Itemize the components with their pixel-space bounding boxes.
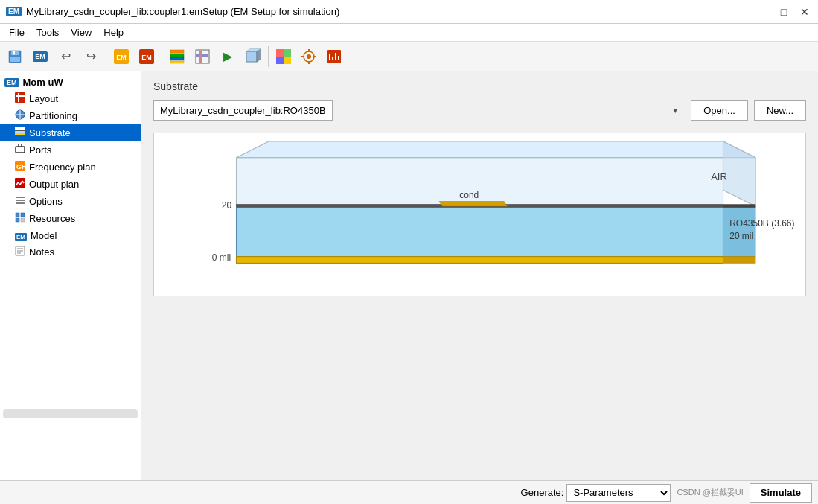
results-button[interactable]	[322, 45, 346, 68]
svg-marker-66	[723, 141, 756, 206]
svg-rect-13	[196, 54, 208, 57]
right-panel: Substrate MyLibrary_csdn_coupler_lib:RO4…	[141, 71, 818, 480]
sidebar-item-resources-label: Resources	[29, 213, 75, 224]
minimize-button[interactable]: —	[755, 6, 770, 18]
sidebar-item-notes[interactable]: Notes	[0, 243, 141, 261]
redo-icon: ↪	[86, 49, 96, 63]
svg-marker-69	[723, 205, 756, 208]
save-button[interactable]	[3, 45, 27, 68]
title-bar: EM MyLibrary_csdn_coupler_lib:coupler1:e…	[0, 0, 818, 24]
sidebar-item-ports[interactable]: Ports	[0, 141, 141, 159]
em-icon1: EM	[33, 51, 48, 62]
run-button[interactable]: ▶	[216, 45, 240, 68]
sidebar-item-options-label: Options	[29, 196, 63, 207]
generate-label: Generate:	[521, 487, 564, 498]
sidebar-item-model[interactable]: EM Model	[0, 227, 141, 243]
svg-rect-41	[15, 133, 25, 135]
svg-rect-2	[13, 51, 15, 54]
simulate-button[interactable]: Simulate	[750, 483, 812, 503]
sidebar-item-frequency-plan[interactable]: GHz Frequency plan	[0, 159, 141, 176]
svg-rect-15	[246, 51, 257, 62]
svg-rect-58	[16, 218, 19, 222]
substrate-icon	[15, 127, 25, 139]
svg-text:EM: EM	[141, 54, 152, 61]
air-label-text: AIR	[711, 171, 727, 182]
svg-rect-10	[170, 57, 184, 60]
substrate-select-wrapper: MyLibrary_csdn_coupler_lib:RO4350B	[153, 100, 685, 121]
thickness-label-text: 20 mil	[729, 231, 753, 241]
undo-button[interactable]: ↩	[54, 45, 77, 68]
menu-help[interactable]: Help	[98, 25, 130, 39]
sidebar-item-layout[interactable]: Layout	[0, 90, 141, 107]
svg-rect-3	[10, 57, 20, 62]
svg-marker-64	[237, 141, 756, 158]
notes-icon	[15, 246, 25, 258]
svg-rect-19	[284, 49, 291, 57]
save-icon	[7, 49, 22, 64]
substrate-svg: cond AIR RO4350B (3.66) 20 mil 20 0 mil	[154, 133, 805, 296]
sidebar-item-output-plan-label: Output plan	[29, 179, 79, 190]
status-bar: Generate: S-Parameters CSDN @拦截妥UI Simul…	[0, 480, 818, 504]
open-button[interactable]: Open...	[691, 100, 748, 121]
sidebar-item-resources[interactable]: Resources	[0, 210, 141, 227]
settings-button[interactable]	[297, 45, 321, 68]
svg-rect-59	[21, 218, 25, 222]
sidebar-item-model-label: Model	[31, 230, 57, 241]
svg-rect-9	[170, 54, 184, 57]
svg-rect-34	[16, 95, 25, 97]
toolbar: EM ↩ ↪ EM EM	[0, 42, 818, 71]
sidebar-item-output-plan[interactable]: Output plan	[0, 176, 141, 193]
undo-icon: ↩	[61, 49, 71, 63]
maximize-button[interactable]: □	[776, 6, 791, 18]
toolbar-separator-3	[268, 46, 269, 67]
substrate-select[interactable]: MyLibrary_csdn_coupler_lib:RO4350B	[153, 100, 333, 121]
frequency-plan-icon: GHz	[15, 161, 25, 173]
em-icon2: EM	[113, 48, 130, 65]
svg-text:EM: EM	[116, 54, 127, 61]
stackup-button[interactable]	[165, 45, 189, 68]
sidebar-item-substrate-label: Substrate	[29, 127, 71, 138]
substrate-visualization: cond AIR RO4350B (3.66) 20 mil 20 0 mil	[153, 133, 806, 296]
sidebar-em-icon: EM	[4, 78, 19, 87]
sidebar: EM Mom uW Layout Partitioning Substrate	[0, 71, 141, 480]
sidebar-scrollbar[interactable]	[3, 409, 138, 418]
model-icon: EM	[15, 229, 27, 241]
window-title: MyLibrary_csdn_coupler_lib:coupler1:emSe…	[26, 6, 339, 17]
menu-view[interactable]: View	[65, 25, 98, 39]
app-em-icon: EM	[6, 7, 22, 16]
colors-button[interactable]	[272, 45, 295, 68]
main-area: EM Mom uW Layout Partitioning Substrate	[0, 71, 818, 480]
svg-rect-35	[18, 93, 19, 102]
svg-rect-65	[237, 158, 723, 206]
substrate-selector-row: MyLibrary_csdn_coupler_lib:RO4350B Open.…	[153, 100, 806, 121]
cond-label-text: cond	[459, 190, 479, 200]
stackup-icon	[169, 48, 185, 65]
svg-rect-71	[237, 208, 723, 256]
options-icon	[15, 195, 25, 208]
layout-button[interactable]	[191, 45, 214, 68]
generate-select[interactable]: S-Parameters	[566, 484, 671, 502]
close-button[interactable]: ✕	[797, 6, 812, 18]
new-button[interactable]: New...	[754, 100, 806, 121]
em-icon3-button[interactable]: EM	[135, 45, 159, 68]
sidebar-item-partitioning[interactable]: Partitioning	[0, 107, 141, 124]
sidebar-item-notes-label: Notes	[29, 246, 54, 258]
sidebar-item-substrate[interactable]: Substrate	[0, 124, 141, 141]
menu-bar: File Tools View Help	[0, 24, 818, 42]
menu-file[interactable]: File	[3, 25, 31, 39]
ro4350b-label-text: RO4350B (3.66)	[729, 218, 794, 229]
sidebar-item-ports-label: Ports	[29, 144, 51, 156]
layout-icon	[15, 92, 25, 105]
sidebar-item-options[interactable]: Options	[0, 193, 141, 210]
sidebar-group-mom-uw[interactable]: EM Mom uW	[0, 74, 141, 90]
redo-button[interactable]: ↪	[79, 45, 103, 68]
em-icon2-button[interactable]: EM	[109, 45, 133, 68]
svg-rect-43	[16, 147, 25, 153]
em-icon1-button[interactable]: EM	[28, 45, 52, 68]
menu-tools[interactable]: Tools	[31, 25, 65, 39]
toolbar-separator-1	[106, 46, 106, 67]
view3d-icon	[245, 48, 261, 65]
svg-rect-11	[170, 61, 184, 63]
view3d-button[interactable]	[241, 45, 265, 68]
svg-rect-8	[170, 50, 184, 53]
